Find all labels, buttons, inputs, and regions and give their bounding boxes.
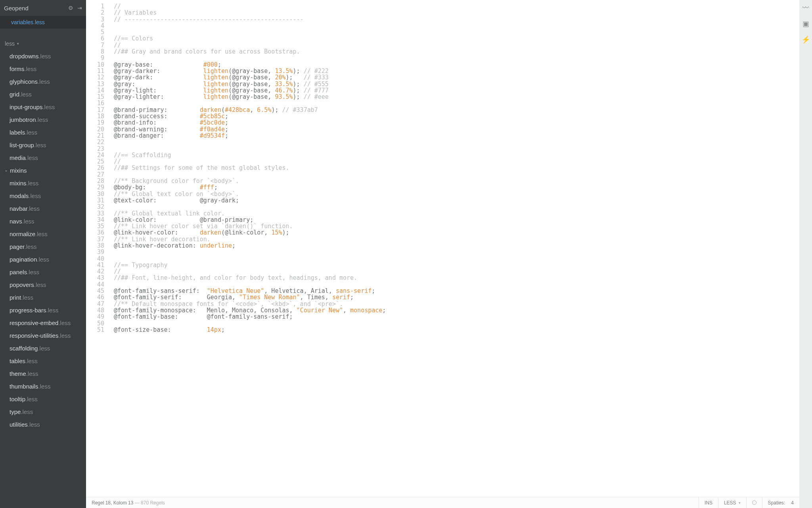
- file-progress-bars[interactable]: progress-bars.less: [0, 304, 86, 317]
- folder-mixins[interactable]: ▸mixins: [0, 164, 86, 177]
- chevron-down-icon: ▾: [17, 42, 19, 46]
- file-name: responsive-embed: [10, 319, 58, 326]
- line-number: 34: [86, 217, 104, 223]
- code-line: //## Settings for some of the most globa…: [114, 165, 799, 171]
- file-ext: .less: [22, 218, 34, 225]
- ins-label: INS: [705, 500, 712, 506]
- file-panels[interactable]: panels.less: [0, 266, 86, 279]
- line-number: 22: [86, 139, 104, 145]
- file-name: list-group: [10, 142, 34, 148]
- file-ext: .less: [38, 78, 50, 85]
- file-dropdowns[interactable]: dropdowns.less: [0, 50, 86, 63]
- file-theme[interactable]: theme.less: [0, 368, 86, 380]
- file-navs[interactable]: navs.less: [0, 215, 86, 228]
- live-preview-icon[interactable]: ⚡: [801, 35, 810, 44]
- file-grid[interactable]: grid.less: [0, 88, 86, 101]
- collapse-icon[interactable]: ⇥: [77, 5, 82, 11]
- file-name: thumbnails: [10, 383, 38, 390]
- circle-icon: [752, 500, 756, 505]
- file-labels[interactable]: labels.less: [0, 126, 86, 139]
- activity-icon[interactable]: 〰: [802, 4, 809, 12]
- right-rail: 〰 ▣ ⚡: [799, 0, 812, 508]
- lang-label: LESS: [724, 500, 736, 506]
- code-line: //## Font, line-height, and color for bo…: [114, 275, 799, 281]
- code-line: [114, 171, 799, 178]
- code-line: @gray: lighten(@gray-base, 33.5%); // #5…: [114, 81, 799, 87]
- file-utilities[interactable]: utilities.less: [0, 418, 86, 431]
- file-forms[interactable]: forms.less: [0, 63, 86, 75]
- file-name: input-groups: [10, 104, 42, 110]
- line-number: 51: [86, 327, 104, 333]
- code-line: @font-family-sans-serif: "Helvetica Neue…: [114, 288, 799, 294]
- file-popovers[interactable]: popovers.less: [0, 279, 86, 291]
- lint-status[interactable]: [746, 497, 762, 508]
- code-line: //** Link hover color set via `darken()`…: [114, 223, 799, 229]
- code-content[interactable]: //// Variables// -----------------------…: [109, 0, 799, 497]
- code-line: @gray-darker: lighten(@gray-base, 13.5%)…: [114, 68, 799, 74]
- line-number: 13: [86, 81, 104, 87]
- open-tabs: variables.less: [0, 16, 86, 29]
- file-normalize[interactable]: normalize.less: [0, 228, 86, 241]
- file-ext: .less: [34, 142, 46, 148]
- code-editor[interactable]: 1234567891011121314151617181920212223242…: [86, 0, 799, 497]
- file-type[interactable]: type.less: [0, 406, 86, 418]
- file-responsive-embed[interactable]: responsive-embed.less: [0, 317, 86, 329]
- file-tables[interactable]: tables.less: [0, 355, 86, 368]
- section-less[interactable]: less ▾: [0, 29, 86, 50]
- extensions-icon[interactable]: ▣: [802, 19, 809, 28]
- code-line: @font-size-base: 14px;: [114, 327, 799, 333]
- code-line: //** Default monospace fonts for `<code>…: [114, 301, 799, 307]
- file-print[interactable]: print.less: [0, 291, 86, 304]
- line-number: 29: [86, 184, 104, 190]
- file-pager[interactable]: pager.less: [0, 241, 86, 253]
- file-tooltip[interactable]: tooltip.less: [0, 393, 86, 406]
- file-scaffolding[interactable]: scaffolding.less: [0, 342, 86, 355]
- line-number: 27: [86, 171, 104, 178]
- code-line: @brand-success: #5cb85c;: [114, 113, 799, 119]
- file-glyphicons[interactable]: glyphicons.less: [0, 75, 86, 88]
- file-list-group[interactable]: list-group.less: [0, 139, 86, 152]
- file-name: tooltip: [10, 396, 25, 402]
- language-selector[interactable]: LESS▾: [718, 497, 746, 508]
- line-number: 48: [86, 307, 104, 314]
- line-number: 20: [86, 126, 104, 133]
- file-name: mixins: [10, 180, 27, 187]
- insert-mode[interactable]: INS: [699, 497, 718, 508]
- file-list: dropdowns.lessforms.lessglyphicons.lessg…: [0, 50, 86, 508]
- file-mixins[interactable]: mixins.less: [0, 177, 86, 190]
- file-ext: .less: [37, 256, 49, 263]
- file-pagination[interactable]: pagination.less: [0, 253, 86, 266]
- pos-line: 18: [105, 500, 111, 506]
- line-number: 21: [86, 133, 104, 139]
- file-name: responsive-utilities: [10, 332, 58, 339]
- file-responsive-utilities[interactable]: responsive-utilities.less: [0, 329, 86, 342]
- code-line: [114, 100, 799, 106]
- open-tab-variables[interactable]: variables.less: [0, 16, 86, 29]
- code-line: //** Global text color on `<body>`.: [114, 191, 799, 197]
- file-ext: .less: [26, 154, 38, 161]
- file-modals[interactable]: modals.less: [0, 190, 86, 202]
- code-line: @gray-dark: lighten(@gray-base, 20%); //…: [114, 74, 799, 81]
- line-number: 4: [86, 23, 104, 29]
- file-ext: .less: [29, 192, 41, 199]
- spaces-value: 4: [791, 500, 794, 506]
- code-line: @gray-base: #000;: [114, 62, 799, 68]
- file-name: modals: [10, 192, 29, 199]
- file-thumbnails[interactable]: thumbnails.less: [0, 380, 86, 393]
- code-line: [114, 256, 799, 262]
- gear-icon[interactable]: ⚙: [68, 5, 73, 11]
- cursor-position[interactable]: Regel 18, Kolom 13 — 870 Regels: [86, 500, 699, 506]
- file-jumbotron[interactable]: jumbotron.less: [0, 114, 86, 126]
- sidebar-title: Geopend: [4, 5, 68, 12]
- file-ext: .less: [27, 269, 39, 275]
- pos-prefix: Regel: [92, 500, 105, 506]
- file-input-groups[interactable]: input-groups.less: [0, 101, 86, 114]
- indent-selector[interactable]: Spaties: 4: [762, 497, 799, 508]
- line-number: 11: [86, 68, 104, 74]
- code-line: //: [114, 268, 799, 275]
- file-media[interactable]: media.less: [0, 152, 86, 164]
- code-line: //## Gray and brand colors for use acros…: [114, 48, 799, 55]
- file-name: utilities: [10, 421, 28, 428]
- code-line: @font-family-monospace: Menlo, Monaco, C…: [114, 307, 799, 314]
- file-navbar[interactable]: navbar.less: [0, 202, 86, 215]
